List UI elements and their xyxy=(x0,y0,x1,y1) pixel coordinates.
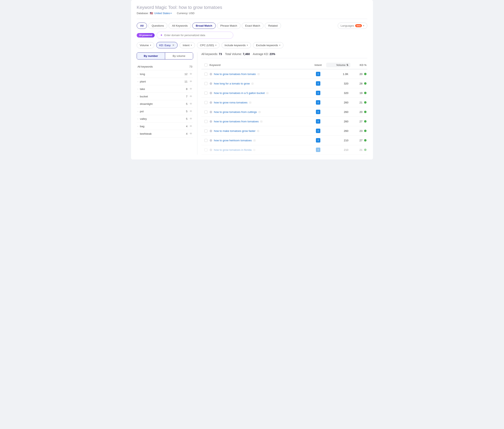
row-checkbox-cell[interactable] xyxy=(202,72,209,76)
keyword-cell: ⊕ how to grow tomatoes in a 5 gallon buc… xyxy=(209,91,310,95)
keyword-link[interactable]: how to grow roma tomatoes xyxy=(214,101,248,104)
row-checkbox-cell[interactable] xyxy=(202,82,209,85)
volume-cell: 210 xyxy=(326,148,350,152)
include-keywords-filter[interactable]: Include keywords ▾ xyxy=(222,42,251,48)
ai-row: AI-powered ✦ xyxy=(137,32,367,39)
row-checkbox-cell[interactable] xyxy=(202,129,209,133)
sidebar-item[interactable]: › beefsteak 4 👁 xyxy=(137,130,193,137)
row-checkbox[interactable] xyxy=(204,82,207,85)
add-keyword-icon[interactable]: ⊕ xyxy=(209,119,212,124)
chevron-right-icon: › xyxy=(137,80,138,83)
eye-icon[interactable]: 👁 xyxy=(189,87,192,90)
intent-filter[interactable]: Intent ▾ xyxy=(180,42,195,48)
keyword-link[interactable]: how to grow tomatoes in a 5 gallon bucke… xyxy=(214,91,265,95)
keyword-cell: ⊕ how to grow tomatoes from tomato ⊟ xyxy=(209,72,310,76)
all-keywords-label: All keywords xyxy=(137,65,153,68)
add-keyword-icon[interactable]: ⊕ xyxy=(209,110,212,114)
row-checkbox-cell[interactable] xyxy=(202,120,209,123)
volume-column-header[interactable]: Volume ⇅ xyxy=(326,63,350,67)
row-checkbox[interactable] xyxy=(204,110,207,114)
add-keyword-icon[interactable]: ⊕ xyxy=(209,91,212,95)
keyword-link[interactable]: how to grow tomatoes from tomato xyxy=(214,72,256,76)
kd-value: 19 xyxy=(360,91,362,95)
sort-by-volume-button[interactable]: By volume xyxy=(165,53,193,59)
row-checkbox-cell[interactable] xyxy=(202,101,209,104)
sidebar-item[interactable]: › bucket 7 👁 xyxy=(137,93,193,100)
languages-dropdown[interactable]: Languages beta ▾ xyxy=(338,23,367,29)
sidebar-item[interactable]: › plant 11 👁 xyxy=(137,78,193,85)
select-all-checkbox[interactable] xyxy=(204,63,207,67)
row-checkbox-cell[interactable] xyxy=(202,91,209,95)
eye-icon[interactable]: 👁 xyxy=(189,102,192,106)
row-checkbox[interactable] xyxy=(204,72,207,76)
sidebar-item[interactable]: › valley 5 👁 xyxy=(137,115,193,123)
kd-value: 20 xyxy=(360,72,362,76)
sidebar-item[interactable]: › take 8 👁 xyxy=(137,85,193,93)
row-checkbox[interactable] xyxy=(204,139,207,142)
row-checkbox[interactable] xyxy=(204,129,207,133)
country-selector[interactable]: United States ▾ xyxy=(154,12,171,15)
eye-icon[interactable]: 👁 xyxy=(189,95,192,98)
volume-filter-label: Volume xyxy=(140,44,149,47)
sort-by-number-button[interactable]: By number xyxy=(137,53,165,59)
stats-row: All keywords: 73 Total Volume: 7,460 Ave… xyxy=(201,53,367,58)
kd-dot xyxy=(364,130,367,132)
eye-icon[interactable]: 👁 xyxy=(189,117,192,120)
kd-dot xyxy=(364,92,367,94)
eye-icon[interactable]: 👁 xyxy=(189,132,192,135)
eye-icon[interactable]: 👁 xyxy=(189,80,192,83)
row-checkbox[interactable] xyxy=(204,148,207,152)
add-keyword-icon[interactable]: ⊕ xyxy=(209,129,212,133)
tabs-row: All Questions All Keywords Broad Match P… xyxy=(137,23,367,29)
close-icon[interactable]: ✕ xyxy=(172,44,175,47)
keyword-link[interactable]: how to grow tomatoes in florida xyxy=(214,148,252,152)
tab-broad-match[interactable]: Broad Match xyxy=(192,23,216,29)
keyword-link[interactable]: how to grow heirloom tomatoes xyxy=(214,139,252,142)
ai-domain-input[interactable] xyxy=(164,34,230,37)
sidebar-item[interactable]: › long 12 👁 xyxy=(137,70,193,78)
tab-all[interactable]: All xyxy=(137,23,147,29)
keyword-link[interactable]: how to make tomatoes grow faster xyxy=(214,129,255,133)
kd-filter[interactable]: KD: Easy ✕ xyxy=(156,42,178,48)
add-keyword-icon[interactable]: ⊕ xyxy=(209,72,212,76)
row-checkbox[interactable] xyxy=(204,91,207,95)
table-icon: ⊟ xyxy=(253,139,256,142)
keyword-link[interactable]: how long for a tomato to grow xyxy=(214,82,250,85)
keyword-link[interactable]: how to grow tomatoes from tomatoes xyxy=(214,120,259,123)
add-keyword-icon[interactable]: ⊕ xyxy=(209,100,212,105)
row-checkbox-cell[interactable] xyxy=(202,139,209,142)
intent-badge: I xyxy=(316,148,320,152)
tab-all-keywords[interactable]: All Keywords xyxy=(169,23,191,29)
sidebar-item[interactable]: › pot 5 👁 xyxy=(137,108,193,115)
row-checkbox[interactable] xyxy=(204,120,207,123)
sidebar-item[interactable]: › bag 4 👁 xyxy=(137,123,193,130)
row-checkbox-cell[interactable] xyxy=(202,110,209,114)
intent-badge: I xyxy=(316,100,320,105)
title-main: Keyword Magic Tool: xyxy=(137,5,178,10)
eye-icon[interactable]: 👁 xyxy=(189,125,192,128)
keyword-column-header: Keyword xyxy=(209,63,310,67)
header-checkbox-cell[interactable] xyxy=(202,63,209,67)
tab-related[interactable]: Related xyxy=(265,23,281,29)
keyword-link[interactable]: how to grow tomatoes from cuttings xyxy=(214,110,257,114)
tab-questions[interactable]: Questions xyxy=(148,23,167,29)
table-row: ⊕ how to grow tomatoes from tomato ⊟ I 1… xyxy=(201,69,367,79)
tab-exact-match[interactable]: Exact Match xyxy=(242,23,263,29)
eye-icon[interactable]: 👁 xyxy=(189,72,192,76)
volume-filter[interactable]: Volume ▾ xyxy=(137,42,154,48)
row-checkbox[interactable] xyxy=(204,101,207,104)
chevron-down-icon: ▾ xyxy=(191,44,192,46)
add-keyword-icon[interactable]: ⊕ xyxy=(209,138,212,143)
sidebar-item[interactable]: › dreamlight 5 👁 xyxy=(137,100,193,108)
cpc-filter[interactable]: CPC (USD) ▾ xyxy=(197,42,220,48)
chevron-down-icon: ▾ xyxy=(171,12,171,14)
exclude-keywords-filter[interactable]: Exclude keywords ▾ xyxy=(253,42,283,48)
add-keyword-icon[interactable]: ⊕ xyxy=(209,148,212,152)
add-keyword-icon[interactable]: ⊕ xyxy=(209,81,212,86)
row-checkbox-cell[interactable] xyxy=(202,148,209,152)
eye-icon[interactable]: 👁 xyxy=(189,110,192,113)
tab-phrase-match[interactable]: Phrase Match xyxy=(217,23,241,29)
keyword-cell: ⊕ how to grow tomatoes in florida ⊟ xyxy=(209,148,310,152)
ai-domain-input-wrap[interactable]: ✦ xyxy=(157,32,233,39)
kd-cell: 28 xyxy=(350,82,367,85)
